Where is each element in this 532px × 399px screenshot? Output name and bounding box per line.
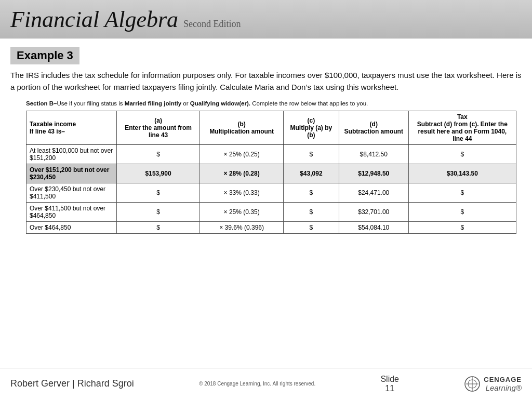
- col-d-label: (d): [370, 121, 378, 128]
- table-cell: At least $100,000 but not over $151,200: [26, 145, 117, 164]
- table-row: Over $151,200 but not over $230,450$153,…: [26, 164, 516, 183]
- section-note-text2: Complete the row below that applies to y…: [250, 100, 368, 107]
- cengage-text: CENGAGE Learning®: [484, 376, 522, 392]
- table-cell: $: [283, 183, 339, 203]
- example-heading: Example 3: [10, 47, 79, 64]
- table-row: Over $411,500 but not over $464,850$× 25…: [26, 203, 516, 222]
- table-cell: Over $464,850: [26, 222, 117, 234]
- table-cell: $12,948.50: [339, 164, 408, 183]
- cengage-icon: [464, 376, 481, 392]
- col-d-sublabel: Subtraction amount: [344, 128, 403, 135]
- tax-worksheet-table: Taxable income If line 43 is– (a) Enter …: [26, 111, 516, 234]
- table-cell: $8,412.50: [339, 145, 408, 164]
- table-cell: Over $230,450 but not over $411,500: [26, 183, 117, 203]
- table-row: Over $464,850$× 39.6% (0.396)$$54,084.10…: [26, 222, 516, 234]
- table-cell: $43,092: [283, 164, 339, 183]
- book-edition: Second Edition: [183, 19, 241, 30]
- table-cell: × 25% (0.35): [200, 203, 284, 222]
- table-cell: × 25% (0.25): [200, 145, 284, 164]
- col-header-d: (d) Subtraction amount: [339, 111, 408, 145]
- book-title: Financial Algebra Second Edition: [10, 6, 522, 33]
- table-cell: $24,471.00: [339, 183, 408, 203]
- tax-label: Tax: [457, 113, 468, 121]
- table-cell: $: [408, 145, 516, 164]
- table-row: Over $230,450 but not over $411,500$× 33…: [26, 183, 516, 203]
- col-header-tax: Tax Subtract (d) from (c). Enter the res…: [408, 111, 516, 145]
- col-header-a: (a) Enter the amount from line 43: [116, 111, 200, 145]
- table-cell: $: [283, 222, 339, 234]
- tax-sublabel: Subtract (d) from (c). Enter the result …: [417, 121, 508, 142]
- section-note-or: or: [181, 100, 190, 107]
- table-cell: $: [116, 183, 200, 203]
- section-b-bold: Section B–: [26, 100, 57, 107]
- slide-label: Slide: [380, 375, 399, 383]
- table-header-row: Taxable income If line 43 is– (a) Enter …: [26, 111, 516, 145]
- col-c-label: (c): [308, 117, 315, 124]
- col-b-sublabel: Multiplication amount: [209, 128, 274, 135]
- table-cell: $: [116, 222, 200, 234]
- book-main-title: Financial Algebra: [10, 6, 178, 33]
- table-cell: $: [116, 145, 200, 164]
- page-header: Financial Algebra Second Edition: [0, 0, 532, 38]
- description-text: The IRS includes the tax schedule for in…: [10, 70, 522, 93]
- col-a-sublabel: Enter the amount from line 43: [125, 124, 192, 139]
- table-cell: $: [408, 203, 516, 222]
- main-content: Example 3 The IRS includes the tax sched…: [0, 38, 532, 239]
- table-cell: $: [408, 222, 516, 234]
- married-bold: Married filing jointly: [125, 100, 181, 107]
- table-cell: $: [283, 203, 339, 222]
- table-body: At least $100,000 but not over $151,200$…: [26, 145, 516, 234]
- table-cell: × 39.6% (0.396): [200, 222, 284, 234]
- widow-bold: Qualifying widow(er).: [190, 100, 250, 107]
- section-note: Section B–Use if your filing status is M…: [26, 99, 522, 108]
- section-note-text1: Use if your filing status is: [57, 100, 124, 107]
- table-cell: $32,701.00: [339, 203, 408, 222]
- col-header-b: (b) Multiplication amount: [200, 111, 284, 145]
- table-cell: $30,143.50: [408, 164, 516, 183]
- slide-number: 11: [385, 384, 394, 393]
- taxable-income-sublabel: If line 43 is–: [30, 128, 65, 135]
- cengage-bottom-text: Learning®: [486, 383, 522, 392]
- table-cell: $153,900: [116, 164, 200, 183]
- table-cell: $: [116, 203, 200, 222]
- table-cell: × 28% (0.28): [200, 164, 284, 183]
- page-footer: Robert Gerver | Richard Sgroi © 2018 Cen…: [0, 368, 532, 399]
- table-cell: Over $411,500 but not over $464,850: [26, 203, 117, 222]
- col-header-taxable: Taxable income If line 43 is–: [26, 111, 117, 145]
- cengage-top-text: CENGAGE: [484, 376, 522, 383]
- slide-info: Slide 11: [380, 375, 399, 393]
- tax-table-container: Taxable income If line 43 is– (a) Enter …: [26, 111, 516, 234]
- taxable-income-label: Taxable income: [30, 121, 76, 128]
- copyright-text: © 2018 Cengage Learning, Inc. All rights…: [199, 381, 315, 387]
- col-b-label: (b): [237, 121, 245, 128]
- table-cell: × 33% (0.33): [200, 183, 284, 203]
- table-cell: $: [408, 183, 516, 203]
- table-cell: $: [283, 145, 339, 164]
- col-header-c: (c) Multiply (a) by (b): [283, 111, 339, 145]
- table-cell: Over $151,200 but not over $230,450: [26, 164, 117, 183]
- col-a-label: (a): [154, 117, 162, 124]
- table-row: At least $100,000 but not over $151,200$…: [26, 145, 516, 164]
- table-cell: $54,084.10: [339, 222, 408, 234]
- cengage-logo: CENGAGE Learning®: [464, 376, 522, 392]
- authors-text: Robert Gerver | Richard Sgroi: [10, 378, 134, 389]
- col-c-sublabel: Multiply (a) by (b): [290, 124, 332, 139]
